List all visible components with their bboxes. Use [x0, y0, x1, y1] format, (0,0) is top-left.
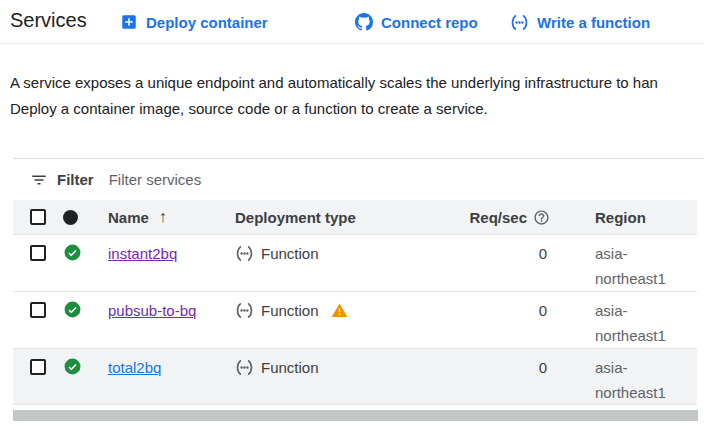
deploy-container-label: Deploy container — [146, 14, 268, 31]
row-checkbox[interactable] — [30, 245, 46, 261]
table-row: pubsub-to-bq Function 0 asia- northeast1 — [13, 291, 697, 348]
filter-services-input[interactable] — [109, 171, 409, 188]
filter-bar[interactable]: Filter — [13, 158, 704, 200]
deployment-type-cell: Function — [222, 292, 425, 320]
deployment-type-header-label: Deployment type — [235, 209, 356, 226]
deployment-type-column-header: Deployment type — [222, 209, 425, 226]
req-sec-column-header: Req/sec — [425, 209, 560, 226]
horizontal-scrollbar-thumb[interactable] — [13, 410, 698, 421]
table-header-row: Name ↑ Deployment type Req/sec Region — [13, 200, 697, 234]
page-header: Services Deploy container Connect repo W… — [0, 0, 704, 44]
page-title: Services — [10, 9, 87, 32]
row-select-cell — [13, 235, 55, 261]
region-line-2: northeast1 — [595, 266, 697, 291]
service-name-cell: pubsub-to-bq — [95, 292, 222, 319]
region-line-1: asia- — [595, 298, 697, 323]
deployment-type-label: Function — [261, 359, 319, 376]
row-checkbox[interactable] — [30, 359, 46, 375]
function-icon — [510, 13, 529, 32]
region-header-label: Region — [595, 209, 646, 226]
service-name-cell: total2bq — [95, 349, 222, 376]
select-all-checkbox[interactable] — [30, 209, 46, 225]
status-dot-icon — [63, 210, 78, 225]
status-ok-icon — [55, 349, 95, 376]
filter-icon — [30, 171, 48, 189]
row-select-cell — [13, 349, 55, 375]
service-name-cell: instant2bq — [95, 235, 222, 262]
function-icon — [235, 358, 254, 377]
filter-label: Filter — [57, 171, 94, 188]
services-page: Services Deploy container Connect repo W… — [0, 0, 704, 426]
region-cell: asia- northeast1 — [560, 292, 697, 348]
write-function-button[interactable]: Write a function — [510, 0, 650, 44]
service-link[interactable]: instant2bq — [108, 245, 177, 262]
status-ok-icon — [55, 235, 95, 262]
deploy-container-button[interactable]: Deploy container — [120, 0, 268, 44]
deployment-type-cell: Function — [222, 235, 425, 263]
connect-repo-label: Connect repo — [381, 14, 478, 31]
service-link[interactable]: total2bq — [108, 359, 161, 376]
region-line-2: northeast1 — [595, 323, 697, 348]
deployment-type-label: Function — [261, 245, 319, 262]
warning-icon[interactable] — [331, 302, 348, 319]
row-checkbox[interactable] — [30, 302, 46, 318]
description-line-1: A service exposes a unique endpoint and … — [10, 70, 704, 96]
table-row: total2bq Function 0 asia- northeast1 — [13, 348, 697, 405]
status-column-header — [55, 210, 95, 225]
region-cell: asia- northeast1 — [560, 235, 697, 291]
service-link[interactable]: pubsub-to-bq — [108, 302, 196, 319]
req-sec-value: 0 — [425, 349, 560, 376]
deployment-type-label: Function — [261, 302, 319, 319]
page-description: A service exposes a unique endpoint and … — [10, 70, 704, 122]
status-ok-icon — [55, 292, 95, 319]
region-line-1: asia- — [595, 241, 697, 266]
table-row: instant2bq Function 0 asia- northeast1 — [13, 234, 697, 291]
connect-repo-button[interactable]: Connect repo — [355, 0, 478, 44]
function-icon — [235, 301, 254, 320]
sort-ascending-icon: ↑ — [159, 208, 167, 226]
help-icon[interactable] — [533, 209, 550, 226]
github-icon — [355, 13, 373, 31]
region-column-header: Region — [560, 209, 697, 226]
function-icon — [235, 244, 254, 263]
description-line-2: Deploy a container image, source code or… — [10, 96, 704, 122]
add-box-icon — [120, 13, 138, 31]
select-all-cell — [13, 209, 55, 225]
write-function-label: Write a function — [537, 14, 650, 31]
deployment-type-cell: Function — [222, 349, 425, 377]
req-sec-header-label: Req/sec — [469, 209, 527, 226]
name-header-label: Name — [108, 209, 149, 226]
name-column-header[interactable]: Name ↑ — [95, 208, 222, 226]
services-table: Filter Name ↑ Deployment type Req/sec — [13, 158, 704, 405]
region-line-2: northeast1 — [595, 380, 697, 405]
req-sec-value: 0 — [425, 292, 560, 319]
req-sec-value: 0 — [425, 235, 560, 262]
row-select-cell — [13, 292, 55, 318]
region-line-1: asia- — [595, 355, 697, 380]
region-cell: asia- northeast1 — [560, 349, 697, 405]
